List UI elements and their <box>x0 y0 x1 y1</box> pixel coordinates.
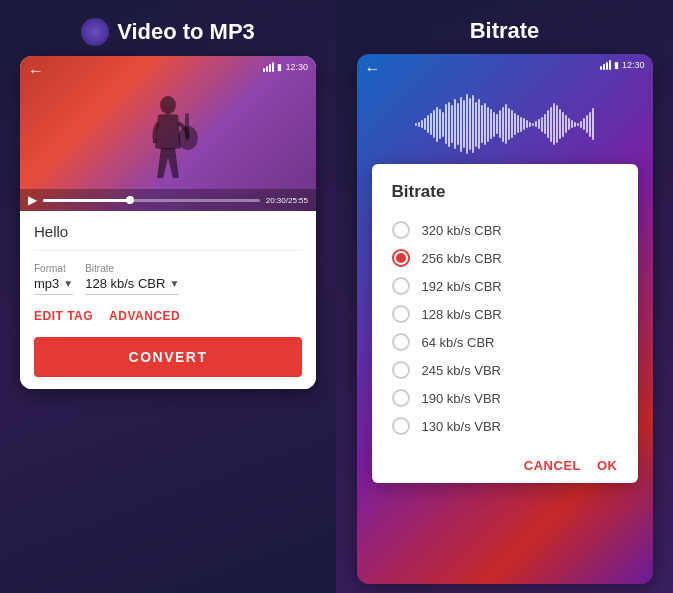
progress-dot <box>126 196 134 204</box>
wave-bar <box>418 122 420 127</box>
wave-bar <box>577 123 579 126</box>
wave-bar <box>421 120 423 128</box>
wave-bar <box>448 102 450 147</box>
radio-option[interactable]: 320 kb/s CBR <box>392 216 618 244</box>
person-silhouette <box>133 93 203 183</box>
wave-bar <box>592 108 594 140</box>
advanced-button[interactable]: ADVANCED <box>109 309 180 323</box>
wave-bar <box>523 118 525 130</box>
signal-icon-right <box>600 60 611 70</box>
radio-option[interactable]: 128 kb/s CBR <box>392 300 618 328</box>
battery-icon-right: ▮ <box>614 60 619 70</box>
phone-screen-left: ▮ 12:30 ← ▶ <box>20 56 316 389</box>
wave-bar <box>529 122 531 127</box>
wave-bar <box>454 99 456 149</box>
right-panel: Bitrate ▮ 12:30 ← Bitrate 320 kb/s CBR25… <box>336 0 673 593</box>
radio-label: 128 kb/s CBR <box>422 307 502 322</box>
format-dropdown[interactable]: mp3 ▼ <box>34 276 73 295</box>
cancel-button[interactable]: CANCEL <box>524 458 581 473</box>
battery-icon: ▮ <box>277 62 282 72</box>
wave-bar <box>460 97 462 152</box>
status-time: 12:30 <box>285 62 308 72</box>
radio-circle <box>392 221 410 239</box>
radio-circle <box>392 361 410 379</box>
ok-button[interactable]: OK <box>597 458 618 473</box>
wave-bar <box>442 112 444 137</box>
music-icon <box>81 18 109 46</box>
wave-bar <box>496 114 498 134</box>
radio-circle <box>392 277 410 295</box>
wave-bar <box>424 118 426 130</box>
edit-tag-button[interactable]: EDIT TAG <box>34 309 93 323</box>
play-button[interactable]: ▶ <box>28 193 37 207</box>
wave-bar <box>526 120 528 128</box>
wave-bar <box>565 115 567 133</box>
radio-label: 130 kb/s VBR <box>422 419 502 434</box>
right-title: Bitrate <box>470 18 540 44</box>
wave-bar <box>571 120 573 128</box>
wave-bar <box>568 118 570 130</box>
radio-circle <box>392 389 410 407</box>
progress-bar[interactable] <box>43 199 260 202</box>
radio-circle <box>392 417 410 435</box>
wave-bar <box>436 107 438 142</box>
wave-bar <box>550 107 552 142</box>
radio-circle <box>392 333 410 351</box>
wave-bar <box>499 110 501 138</box>
dialog-buttons: CANCEL OK <box>392 450 618 473</box>
wave-bar <box>517 115 519 133</box>
wave-bar <box>583 118 585 130</box>
wave-bar <box>559 109 561 139</box>
radio-option[interactable]: 190 kb/s VBR <box>392 384 618 412</box>
wave-bar <box>451 105 453 143</box>
radio-label: 245 kb/s VBR <box>422 363 502 378</box>
bitrate-dropdown[interactable]: 128 kb/s CBR ▼ <box>85 276 179 295</box>
form-area: Hello Format mp3 ▼ Bitrate 128 kb/s CBR … <box>20 211 316 389</box>
radio-inner <box>396 253 406 263</box>
wave-bar <box>562 112 564 137</box>
radio-label: 320 kb/s CBR <box>422 223 502 238</box>
wave-bar <box>469 98 471 150</box>
wave-bar <box>433 110 435 138</box>
radio-circle <box>392 249 410 267</box>
bitrate-arrow-icon: ▼ <box>169 278 179 289</box>
radio-label: 64 kb/s CBR <box>422 335 495 350</box>
radio-circle <box>392 305 410 323</box>
back-button-left[interactable]: ← <box>28 62 44 80</box>
wave-bar <box>463 100 465 148</box>
wave-bar <box>556 105 558 143</box>
dialog-title: Bitrate <box>392 182 618 202</box>
wave-bar <box>586 115 588 133</box>
radio-option[interactable]: 245 kb/s VBR <box>392 356 618 384</box>
wave-bar <box>502 107 504 142</box>
radio-label: 192 kb/s CBR <box>422 279 502 294</box>
radio-option[interactable]: 192 kb/s CBR <box>392 272 618 300</box>
left-title: Video to MP3 <box>81 18 255 46</box>
wave-bar <box>427 115 429 133</box>
format-label: Format <box>34 263 73 274</box>
format-value: mp3 <box>34 276 59 291</box>
convert-button[interactable]: CONVERT <box>34 337 302 377</box>
back-button-right[interactable]: ← <box>365 60 381 78</box>
waveform-display <box>357 94 653 154</box>
wave-bar <box>493 112 495 137</box>
radio-option[interactable]: 256 kb/s CBR <box>392 244 618 272</box>
wave-bar <box>439 109 441 139</box>
wave-bar <box>430 113 432 135</box>
bitrate-value: 128 kb/s CBR <box>85 276 165 291</box>
radio-option[interactable]: 64 kb/s CBR <box>392 328 618 356</box>
wave-bar <box>532 123 534 126</box>
wave-bar <box>535 121 537 127</box>
wave-bar <box>481 105 483 143</box>
status-time-right: 12:30 <box>622 60 645 70</box>
wave-bar <box>514 113 516 135</box>
phone-screen-right: ▮ 12:30 ← Bitrate 320 kb/s CBR256 kb/s C… <box>357 54 653 584</box>
wave-bar <box>574 122 576 127</box>
bitrate-dialog: Bitrate 320 kb/s CBR256 kb/s CBR192 kb/s… <box>372 164 638 483</box>
radio-option[interactable]: 130 kb/s VBR <box>392 412 618 440</box>
radio-label: 256 kb/s CBR <box>422 251 502 266</box>
video-controls: ▶ 20:30/25:55 <box>20 189 316 211</box>
wave-bar <box>544 114 546 134</box>
wave-bar <box>589 112 591 137</box>
wave-bar <box>490 109 492 139</box>
